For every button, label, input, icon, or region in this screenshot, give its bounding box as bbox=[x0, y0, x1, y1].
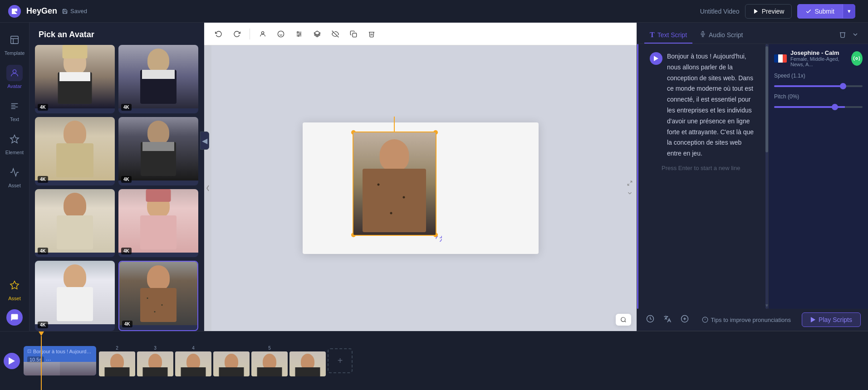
scene-item-4b[interactable] bbox=[213, 346, 250, 376]
text-script-icon: T bbox=[650, 31, 655, 39]
layers-tool-button[interactable] bbox=[310, 27, 324, 41]
text-script-label: Text Script bbox=[657, 31, 687, 39]
avatar-label: Avatar bbox=[7, 83, 22, 89]
voice-name: Josephine - Calm bbox=[790, 49, 848, 56]
voice-info: Josephine - Calm Female, Middle-Aged, Ne… bbox=[774, 49, 863, 67]
scroll-down-arrow[interactable]: ▼ bbox=[765, 303, 768, 308]
speed-slider-group: Speed (1.1x) bbox=[774, 73, 863, 89]
avatar-tool-button[interactable] bbox=[255, 27, 270, 41]
pitch-slider-group: Pitch (0%) bbox=[774, 93, 863, 110]
play-scripts-button[interactable]: Play Scripts bbox=[802, 312, 861, 327]
svg-rect-2 bbox=[11, 36, 19, 44]
template-label: Template bbox=[5, 50, 25, 56]
undo-button[interactable] bbox=[211, 27, 226, 41]
untitled-video-label[interactable]: Untitled Video bbox=[700, 8, 740, 15]
avatar-card-6[interactable]: 4K bbox=[118, 189, 198, 258]
timeline-play-button[interactable] bbox=[4, 353, 20, 369]
emoji-tool-button[interactable] bbox=[274, 27, 288, 41]
canvas-avatar-element[interactable] bbox=[353, 132, 436, 236]
scene-item-5b[interactable] bbox=[289, 346, 326, 376]
mic-icon bbox=[700, 31, 706, 39]
chevron-down-icon[interactable] bbox=[627, 190, 633, 196]
svg-rect-24 bbox=[353, 33, 357, 37]
svg-point-33 bbox=[856, 58, 858, 59]
ai-icon[interactable] bbox=[679, 313, 691, 327]
avatar-badge-6: 4K bbox=[121, 248, 132, 254]
segment-resize-icon: ⊡ bbox=[27, 348, 31, 354]
redo-button[interactable] bbox=[230, 27, 244, 41]
avatar-badge-1: 4K bbox=[38, 104, 48, 111]
add-scene-button[interactable]: + bbox=[328, 348, 353, 373]
script-text-area[interactable]: Bonjour à tous ! Aujourd'hui, nous allon… bbox=[637, 44, 768, 309]
play-scripts-label: Play Scripts bbox=[819, 316, 852, 323]
saved-text: Saved bbox=[70, 8, 87, 15]
avatar-card-8[interactable]: 4K bbox=[118, 261, 198, 331]
hide-tool-button[interactable] bbox=[328, 27, 343, 41]
collapse-panel-button[interactable]: ◀ bbox=[200, 132, 209, 150]
timeline-playhead bbox=[41, 332, 42, 390]
svg-point-20 bbox=[299, 33, 301, 34]
sidebar-item-pricing[interactable]: Asset bbox=[0, 273, 29, 306]
sidebar-item-template[interactable]: Template bbox=[0, 27, 29, 60]
svg-point-5 bbox=[13, 70, 16, 73]
voice-description: Female, Middle-Aged, News, A... bbox=[790, 56, 848, 67]
script-delete-button[interactable] bbox=[837, 29, 848, 42]
avatar-card-7[interactable]: 4K bbox=[35, 261, 115, 331]
avatar-badge-5: 4K bbox=[38, 248, 48, 254]
preview-button[interactable]: Preview bbox=[745, 4, 792, 19]
scene-item-4[interactable]: 4 bbox=[175, 346, 211, 376]
sidebar-item-avatar[interactable]: Avatar bbox=[0, 60, 29, 93]
header-center: Untitled Video Preview Submit ▾ bbox=[434, 4, 861, 19]
submit-button-group: Submit ▾ bbox=[797, 4, 855, 19]
avatar-panel: Pick an Avatar 4K bbox=[29, 23, 204, 331]
script-expand-button[interactable] bbox=[850, 29, 861, 42]
scroll-up-arrow[interactable]: ▲ bbox=[765, 45, 768, 50]
chat-button[interactable] bbox=[6, 309, 23, 326]
avatar-badge-7: 4K bbox=[38, 322, 48, 328]
history-icon[interactable] bbox=[644, 313, 656, 327]
sidebar-item-asset[interactable]: Asset bbox=[0, 160, 29, 193]
tab-text-script[interactable]: T Text Script bbox=[644, 27, 692, 44]
canvas-slide bbox=[303, 122, 539, 254]
svg-point-25 bbox=[621, 317, 625, 322]
translate-icon[interactable] bbox=[662, 313, 673, 327]
adjust-tool-button[interactable] bbox=[292, 27, 306, 41]
script-play-button[interactable] bbox=[650, 52, 662, 65]
avatar-badge-3: 4K bbox=[38, 176, 48, 183]
avatar-card-5[interactable]: 4K bbox=[35, 189, 115, 258]
text-label: Text bbox=[10, 117, 19, 122]
element-icon bbox=[6, 131, 23, 147]
zoom-control[interactable] bbox=[616, 314, 631, 326]
tab-audio-script[interactable]: Audio Script bbox=[694, 27, 748, 44]
svg-line-26 bbox=[625, 321, 626, 322]
submit-button[interactable]: Submit bbox=[797, 4, 843, 19]
timeline-segment-1[interactable]: ⊡ Bonjour à tous ! Aujourd'hui, n... 10.… bbox=[24, 346, 96, 375]
scene-item-3[interactable]: 3 bbox=[137, 346, 173, 376]
copy-tool-button[interactable] bbox=[346, 27, 361, 41]
scene-item-2[interactable]: 2 bbox=[99, 346, 135, 376]
canvas-toolbar bbox=[204, 23, 637, 45]
scene-item-5[interactable]: 5 bbox=[251, 346, 288, 376]
speed-slider[interactable] bbox=[774, 85, 863, 87]
script-scrollbar[interactable]: ▲ ▼ bbox=[765, 44, 768, 309]
sidebar-item-text[interactable]: Text bbox=[0, 93, 29, 127]
script-actions-bar: Tips to improve pronunciations Play Scri… bbox=[637, 309, 868, 331]
script-scrollbar-thumb[interactable] bbox=[765, 46, 768, 152]
delete-tool-button[interactable] bbox=[364, 27, 379, 41]
sidebar-item-element[interactable]: Element bbox=[0, 127, 29, 160]
rotate-handle[interactable] bbox=[435, 235, 442, 244]
canvas-scroll-left[interactable] bbox=[204, 45, 211, 331]
voice-avatar-icon[interactable] bbox=[851, 51, 863, 66]
tips-button[interactable]: Tips to improve pronunciations bbox=[702, 317, 791, 323]
audio-script-label: Audio Script bbox=[709, 31, 743, 39]
avatar-card-1[interactable]: 4K bbox=[35, 45, 115, 113]
submit-dropdown-button[interactable]: ▾ bbox=[843, 4, 855, 18]
pricing-icon bbox=[6, 277, 23, 293]
speed-label: Speed (1.1x) bbox=[774, 73, 863, 79]
avatar-card-2[interactable]: 4K bbox=[118, 45, 198, 113]
svg-point-13 bbox=[278, 31, 284, 37]
pitch-slider[interactable] bbox=[774, 106, 863, 108]
avatar-card-3[interactable]: 4K bbox=[35, 117, 115, 185]
avatar-card-4[interactable]: 4K bbox=[118, 117, 198, 185]
svg-rect-29 bbox=[702, 31, 704, 34]
